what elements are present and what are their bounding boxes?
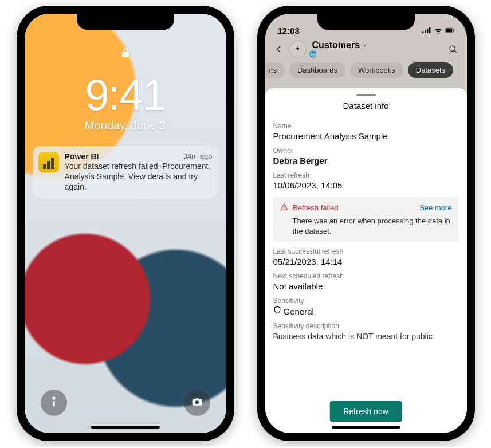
error-message: There was an error when processing the d… <box>293 216 452 236</box>
notification-message: Your dataset refresh failed, Procurement… <box>65 161 213 192</box>
sheet-title: Dataset info <box>273 101 459 111</box>
value-last-refresh: 10/06/2023, 14:05 <box>273 180 459 190</box>
camera-icon <box>191 396 203 410</box>
refresh-now-button[interactable]: Refresh now <box>329 401 402 422</box>
phone-app: 12:03 ✦ Customers <box>257 6 475 441</box>
lock-clock: 9:41 <box>85 73 166 117</box>
label-last-refresh: Last refresh <box>273 171 459 179</box>
label-next: Next scheduled refresh <box>273 272 459 280</box>
home-indicator[interactable] <box>91 426 160 429</box>
svg-rect-6 <box>453 29 454 31</box>
value-owner: Debra Berger <box>273 156 459 166</box>
lock-date: Monday, June 3 <box>85 119 166 132</box>
battery-icon <box>445 26 454 36</box>
camera-button[interactable] <box>184 390 210 416</box>
notification-time: 34m ago <box>183 152 213 161</box>
phone-lockscreen: 9:41 Monday, June 3 Power BI 34m ago You… <box>17 6 234 441</box>
svg-rect-2 <box>427 29 428 33</box>
wifi-icon <box>434 26 443 36</box>
flashlight-button[interactable] <box>41 390 67 416</box>
dataset-info-sheet: Dataset info Name Procurement Analysis S… <box>265 88 467 433</box>
lock-screen: 9:41 Monday, June 3 Power BI 34m ago You… <box>25 14 226 433</box>
powerbi-app-icon <box>38 152 59 172</box>
value-sensitivity-desc: Business data which is NOT meant for pub… <box>273 331 459 342</box>
label-sensitivity-desc: Sensitivity description <box>273 322 459 330</box>
label-sensitivity: Sensitivity <box>273 297 459 305</box>
svg-rect-1 <box>425 30 426 33</box>
notification-title: Power BI <box>65 152 99 161</box>
value-next: Not available <box>273 281 459 291</box>
svg-rect-9 <box>284 209 284 209</box>
label-last-success: Last successful refresh <box>273 247 459 256</box>
error-title: Refresh failed <box>293 203 339 212</box>
status-time: 12:03 <box>278 26 300 36</box>
svg-rect-5 <box>446 29 452 32</box>
warning-icon <box>280 203 288 213</box>
flashlight-icon <box>48 396 60 410</box>
value-name: Procurement Analysis Sample <box>273 131 459 141</box>
sheet-grabber[interactable] <box>356 94 376 96</box>
label-name: Name <box>273 122 459 130</box>
svg-rect-8 <box>284 206 284 208</box>
svg-rect-0 <box>422 32 423 33</box>
value-sensitivity: General <box>284 306 314 316</box>
refresh-error-box: Refresh failed See more There was an err… <box>273 197 459 242</box>
notification-card[interactable]: Power BI 34m ago Your dataset refresh fa… <box>33 146 218 198</box>
value-last-success: 05/21/2023, 14:14 <box>273 257 459 266</box>
error-see-more-link[interactable]: See more <box>419 203 451 212</box>
lock-icon <box>120 46 131 62</box>
svg-rect-3 <box>429 27 430 33</box>
notch <box>77 14 174 30</box>
home-indicator[interactable] <box>332 426 400 429</box>
label-owner: Owner <box>273 147 459 155</box>
notch <box>317 14 415 30</box>
app-screen: 12:03 ✦ Customers <box>265 14 467 433</box>
cellular-icon <box>422 26 431 36</box>
sensitivity-icon <box>273 306 281 316</box>
